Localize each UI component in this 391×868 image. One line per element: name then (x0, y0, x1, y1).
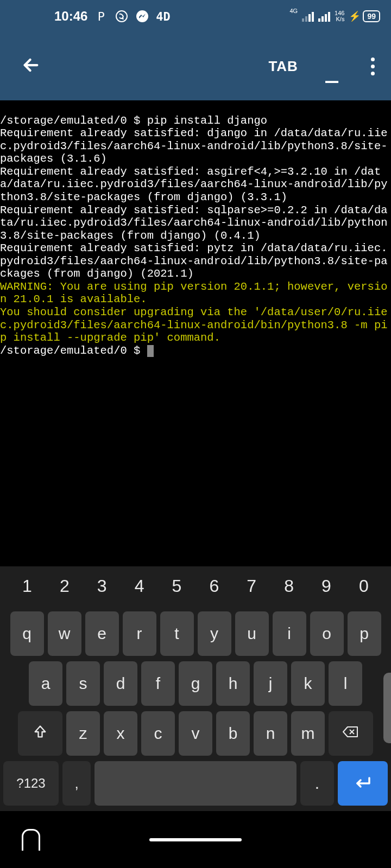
signal-icon-1 (302, 11, 314, 22)
tab-button[interactable]: TAB (268, 58, 298, 75)
keyboard-row-1: q w e r t y u i o p (3, 611, 388, 656)
key-e[interactable]: e (85, 611, 119, 656)
back-button[interactable] (11, 49, 51, 85)
signal-icon-2 (318, 11, 330, 22)
terminal-warning: You should consider upgrading via the '/… (0, 306, 391, 344)
key-period[interactable]: . (300, 761, 334, 806)
key-g[interactable]: g (179, 661, 212, 706)
soft-keyboard: 1 2 3 4 5 6 7 8 9 0 q w e r t y u i o p … (0, 566, 391, 811)
key-comma[interactable]: , (62, 761, 91, 806)
whatsapp-icon (115, 9, 129, 23)
key-o[interactable]: o (310, 611, 344, 656)
key-w[interactable]: w (48, 611, 81, 656)
charging-icon: ⚡ (349, 10, 361, 22)
key-x[interactable]: x (104, 711, 137, 756)
key-k[interactable]: k (291, 661, 325, 706)
key-space[interactable] (94, 761, 297, 806)
key-5[interactable]: 5 (161, 573, 193, 599)
key-r[interactable]: r (123, 611, 156, 656)
key-z[interactable]: z (66, 711, 100, 756)
key-u[interactable]: u (235, 611, 269, 656)
key-c[interactable]: c (141, 711, 175, 756)
key-t[interactable]: t (160, 611, 194, 656)
keyboard-number-row: 1 2 3 4 5 6 7 8 9 0 (3, 571, 388, 606)
key-q[interactable]: q (10, 611, 44, 656)
edge-handle[interactable] (383, 673, 391, 743)
key-symbols[interactable]: ?123 (3, 761, 59, 806)
key-s[interactable]: s (66, 661, 100, 706)
key-j[interactable]: j (254, 661, 287, 706)
key-7[interactable]: 7 (235, 573, 268, 599)
key-b[interactable]: b (216, 711, 250, 756)
network-type: 4G (289, 8, 298, 14)
key-m[interactable]: m (291, 711, 325, 756)
key-y[interactable]: y (198, 611, 231, 656)
terminal-line: Requirement already satisfied: asgiref<4… (0, 165, 391, 204)
key-l[interactable]: l (329, 661, 362, 706)
key-1[interactable]: 1 (11, 573, 43, 599)
keyboard-row-3: z x c v b n m (3, 711, 388, 756)
shift-icon (33, 724, 48, 744)
messenger-icon (135, 9, 149, 23)
status-bar: 10:46 P 4D 4G 146K/s ⚡ 99 (0, 0, 391, 33)
key-p[interactable]: p (348, 611, 381, 656)
key-8[interactable]: 8 (273, 573, 305, 599)
minimize-button[interactable]: _ (320, 65, 344, 75)
network-speed: 146K/s (335, 10, 344, 22)
key-0[interactable]: 0 (348, 573, 380, 599)
keyboard-row-4: ?123 , . (3, 761, 388, 806)
battery-level: 99 (363, 10, 380, 22)
terminal-line: Requirement already satisfied: sqlparse>… (0, 204, 391, 242)
key-f[interactable]: f (141, 661, 175, 706)
key-6[interactable]: 6 (198, 573, 230, 599)
key-3[interactable]: 3 (86, 573, 118, 599)
terminal-output[interactable]: /storage/emulated/0 $ pip install django… (0, 100, 391, 532)
parking-icon: P (94, 9, 108, 23)
key-4[interactable]: 4 (123, 573, 156, 599)
nav-bar (0, 811, 391, 868)
terminal-line: Requirement already satisfied: pytz in /… (0, 242, 391, 280)
more-menu-button[interactable] (365, 52, 380, 81)
terminal-prompt-line: /storage/emulated/0 $ pip install django (0, 114, 391, 127)
backspace-icon (342, 725, 360, 742)
key-h[interactable]: h (216, 661, 250, 706)
keyboard-row-2: a s d f g h j k l (3, 661, 388, 706)
key-enter[interactable] (338, 761, 388, 806)
terminal-line: Requirement already satisfied: django in… (0, 127, 391, 165)
key-a[interactable]: a (29, 661, 62, 706)
key-i[interactable]: i (273, 611, 306, 656)
enter-icon (353, 773, 373, 794)
key-9[interactable]: 9 (310, 573, 343, 599)
key-d[interactable]: d (104, 661, 137, 706)
key-shift[interactable] (18, 711, 62, 756)
key-v[interactable]: v (179, 711, 212, 756)
notification-icon: 4D (156, 9, 170, 23)
nav-home-indicator[interactable] (149, 838, 242, 841)
cursor-icon (147, 345, 154, 357)
nav-recent-button[interactable] (22, 829, 40, 851)
svg-point-0 (116, 11, 127, 22)
terminal-warning: WARNING: You are using pip version 20.1.… (0, 280, 391, 306)
key-backspace[interactable] (329, 711, 373, 756)
app-bar: TAB _ (0, 33, 391, 100)
key-n[interactable]: n (254, 711, 287, 756)
status-time: 10:46 (54, 9, 87, 24)
key-2[interactable]: 2 (48, 573, 81, 599)
terminal-prompt-line: /storage/emulated/0 $ (0, 344, 391, 358)
